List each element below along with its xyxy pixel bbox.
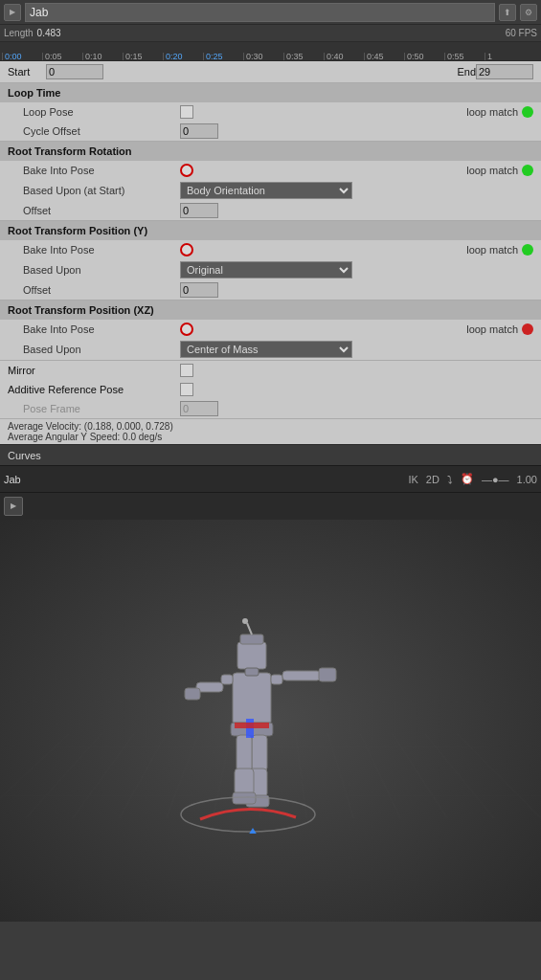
loop-pose-checkbox[interactable] (180, 105, 193, 119)
root-rotation-offset-input[interactable] (180, 203, 218, 218)
root-rotation-header: Root Transform Rotation (0, 142, 541, 161)
tick-11: 0:55 (444, 53, 485, 60)
anim-icon-1[interactable]: ⤵ (447, 474, 453, 485)
mirror-checkbox[interactable] (180, 364, 193, 377)
loop-pose-control: loop match (180, 105, 533, 119)
settings-icon[interactable]: ⚙ (520, 4, 537, 21)
pose-frame-control (180, 401, 533, 416)
svg-rect-7 (271, 675, 282, 684)
upload-icon[interactable]: ⬆ (499, 4, 516, 21)
root-pos-y-offset-control (180, 282, 533, 298)
root-rotation-offset-row: Offset (0, 201, 541, 220)
length-label: Length (4, 28, 34, 38)
additive-ref-checkbox[interactable] (180, 383, 193, 396)
tick-1: 0:05 (42, 53, 82, 60)
tick-0: 0:00 (2, 53, 42, 60)
properties-panel: Start End Loop Time Loop Pose loop match… (0, 61, 541, 444)
root-pos-xz-match-dot (522, 323, 533, 335)
root-rotation-bake-control: loop match (180, 164, 533, 177)
root-rotation-match-dot (522, 165, 533, 176)
loop-match-dot-1 (522, 106, 533, 118)
loop-pose-label: Loop Pose (8, 106, 180, 118)
start-value-input[interactable] (46, 64, 103, 79)
root-pos-xz-bake-checkbox[interactable] (180, 323, 193, 336)
cycle-offset-control (180, 123, 533, 139)
cycle-offset-input[interactable] (180, 123, 218, 139)
clip-name-input[interactable] (25, 3, 495, 22)
root-pos-y-label: Root Transform Position (Y) (8, 225, 180, 236)
root-pos-y-bake-row: Bake Into Pose loop match (0, 240, 541, 259)
speed-slider[interactable]: —●— (482, 474, 509, 485)
root-pos-y-bake-checkbox[interactable] (180, 243, 193, 256)
anim-clip-name: Jab (4, 474, 21, 485)
2d-label: 2D (426, 474, 440, 485)
svg-rect-2 (237, 642, 266, 669)
root-pos-y-header: Root Transform Position (Y) (0, 221, 541, 240)
pose-frame-input[interactable] (180, 401, 218, 416)
3d-viewport[interactable] (0, 520, 541, 922)
root-rotation-based-select[interactable]: Body Orientation Original (180, 182, 352, 199)
svg-rect-17 (237, 735, 252, 771)
root-rotation-bake-checkbox[interactable] (180, 164, 193, 177)
loop-pose-row: Loop Pose loop match (0, 102, 541, 122)
root-pos-xz-bake-control: loop match (180, 323, 533, 336)
root-pos-y-bake-control: loop match (180, 243, 533, 256)
velocity-stat: Average Velocity: (0.188, 0.000, 0.728) (8, 421, 533, 432)
tick-7: 0:35 (283, 53, 324, 60)
loop-time-header: Loop Time (0, 83, 541, 102)
additive-ref-control (180, 383, 533, 396)
root-pos-y-based-control: Original Body Orientation (180, 261, 533, 278)
root-pos-xz-bake-label: Bake Into Pose (8, 323, 180, 335)
tick-9: 0:45 (364, 53, 404, 60)
loop-pose-match-indicator: loop match (466, 106, 533, 118)
svg-rect-8 (282, 671, 321, 680)
tick-5: 0:25 (203, 53, 243, 60)
root-pos-y-offset-input[interactable] (180, 282, 218, 298)
root-rotation-bake-label: Bake Into Pose (8, 165, 180, 176)
root-pos-xz-label: Root Transform Position (XZ) (8, 304, 180, 316)
curves-label: Curves (8, 450, 41, 461)
svg-rect-10 (221, 675, 233, 684)
root-pos-y-match-indicator: loop match (466, 244, 533, 256)
fps-label: 60 FPS (506, 28, 537, 38)
timeline-ruler[interactable]: 0:00 0:05 0:10 0:15 0:20 0:25 0:30 0:35 … (0, 42, 541, 61)
loop-match-label-3: loop match (466, 244, 518, 256)
root-rotation-label: Root Transform Rotation (8, 145, 180, 157)
root-pos-y-based-row: Based Upon Original Body Orientation (0, 259, 541, 280)
tick-12: 1 (485, 53, 525, 60)
pose-frame-label: Pose Frame (8, 403, 180, 414)
root-pos-xz-match-indicator: loop match (466, 323, 533, 335)
play-button-2[interactable] (4, 497, 23, 516)
top-panel: ⬆ ⚙ Length 0.483 60 FPS 0:00 0:05 0:10 0… (0, 0, 541, 520)
root-pos-xz-based-select[interactable]: Center of Mass Original (180, 341, 352, 358)
root-pos-y-based-select[interactable]: Original Body Orientation (180, 261, 352, 278)
root-pos-y-match-dot (522, 244, 533, 256)
svg-rect-12 (185, 688, 200, 700)
additive-ref-label: Additive Reference Pose (8, 384, 180, 395)
root-pos-xz-based-control: Center of Mass Original (180, 341, 533, 358)
mirror-control (180, 364, 533, 377)
tick-3: 0:15 (123, 53, 163, 60)
end-value-input[interactable] (476, 64, 533, 79)
timeline-info-bar: Length 0.483 60 FPS (0, 25, 541, 42)
root-pos-xz-based-label: Based Upon (8, 344, 180, 355)
svg-point-5 (242, 618, 248, 624)
start-label: Start (8, 66, 46, 78)
cycle-offset-row: Cycle Offset (0, 122, 541, 141)
loop-match-label-4: loop match (466, 323, 518, 335)
loop-match-label-1: loop match (466, 106, 518, 118)
root-rotation-based-control: Body Orientation Original (180, 182, 533, 199)
root-pos-y-offset-label: Offset (8, 284, 180, 296)
root-rotation-bake-row: Bake Into Pose loop match (0, 161, 541, 180)
root-rotation-based-label: Based Upon (at Start) (8, 185, 180, 196)
root-pos-xz-based-row: Based Upon Center of Mass Original (0, 339, 541, 360)
speed-value: 1.00 (517, 474, 537, 485)
tick-8: 0:40 (324, 53, 364, 60)
svg-rect-6 (245, 668, 259, 676)
anim-controls-bar: Jab IK 2D ⤵ ⏰ —●— 1.00 (0, 465, 541, 492)
length-value: 0.483 (37, 28, 61, 38)
anim-icon-2[interactable]: ⏰ (461, 473, 474, 485)
play-button[interactable] (4, 4, 21, 21)
tick-2: 0:10 (82, 53, 123, 60)
ik-label: IK (408, 474, 417, 485)
